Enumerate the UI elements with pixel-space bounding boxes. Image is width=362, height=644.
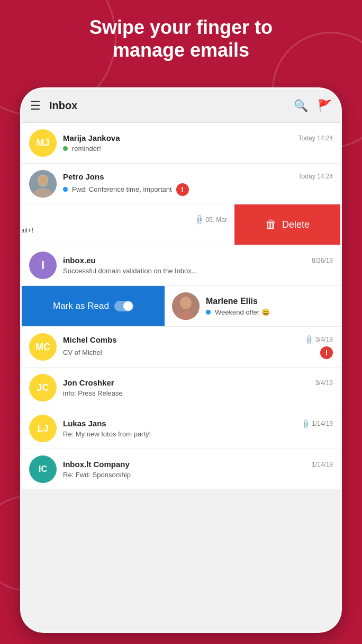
email-time: 8/26/19: [312, 257, 333, 264]
email-content: Lukas Jans 📎 1/14/19 Re: My new fotos fr…: [63, 419, 333, 438]
menu-icon[interactable]: ☰: [30, 99, 41, 113]
email-content: inbox.eu 8/26/19 Successful domain valid…: [63, 256, 333, 275]
email-time: Today 14:24: [298, 135, 333, 142]
hero-line2: manage emails: [113, 39, 249, 61]
email-content: Jon Croshker 3/4/19 info: Press Release: [63, 378, 333, 397]
avatar: JC: [29, 374, 57, 401]
hero-line1: Swipe your finger to: [89, 16, 273, 38]
flag-icon[interactable]: 🚩: [318, 99, 332, 113]
email-content: Michel Combs 📎 3/4/19 CV of Michel !: [63, 335, 333, 359]
important-badge: !: [176, 183, 189, 196]
email-item[interactable]: IC Inbox.lt Company 1/14/19 Re: Fwd: Spo…: [22, 449, 340, 490]
email-sender: Inbox.lt Company: [63, 460, 130, 469]
email-time: Today 14:24: [298, 173, 333, 180]
important-badge: !: [320, 346, 333, 359]
trash-icon: 🗑: [265, 218, 277, 231]
email-content: Marija Jankova Today 14:24 reminder!: [63, 133, 333, 153]
unread-indicator: [63, 146, 68, 151]
avatar: LJ: [29, 415, 57, 442]
email-subject: Re: Fwd: Sponsorship: [63, 471, 131, 479]
svg-point-7: [180, 297, 191, 308]
avatar: [29, 170, 57, 198]
email-content: Petro Jons Today 14:24 Fwd: Conference t…: [63, 172, 333, 196]
email-content: Inbox.lt Company 1/14/19 Re: Fwd: Sponso…: [63, 460, 333, 479]
svg-point-3: [38, 175, 48, 186]
email-item[interactable]: Petro Jons Today 14:24 Fwd: Conference t…: [22, 164, 340, 204]
hero-title: Swipe your finger to manage emails: [0, 16, 362, 61]
email-sender: Jon Croshker: [63, 378, 114, 387]
email-subject: CV of Michel: [63, 348, 102, 356]
top-bar-icons: 🔍 🚩: [294, 99, 332, 113]
avatar: IC: [29, 455, 57, 483]
mark-read-toggle[interactable]: [114, 301, 133, 311]
email-item[interactable]: MC Michel Combs 📎 3/4/19 CV of Michel !: [22, 327, 340, 368]
avatar: MC: [29, 333, 57, 361]
avatar: I: [29, 252, 57, 279]
email-content: @mail.ee 📎 05. Mar k you for choosing Ma…: [22, 215, 227, 234]
email-sender: Lukas Jans: [63, 419, 106, 428]
inbox-title: Inbox: [49, 100, 294, 112]
email-content-swiped: Marlene Ellis Weekend offer 😄: [165, 286, 340, 326]
top-bar: ☰ Inbox 🔍 🚩: [22, 89, 340, 123]
email-item[interactable]: LJ Lukas Jans 📎 1/14/19 Re: My new fotos…: [22, 408, 340, 449]
email-sender: inbox.eu: [63, 256, 96, 265]
unread-indicator: [63, 187, 68, 192]
unread-indicator: [206, 310, 211, 315]
email-subject: Weekend offer 😄: [215, 308, 270, 316]
email-list: MJ Marija Jankova Today 14:24 reminder!: [22, 123, 340, 490]
email-sender: Michel Combs: [63, 335, 117, 344]
avatar: MJ: [29, 129, 57, 157]
phone-frame: ☰ Inbox 🔍 🚩 MJ Marija Jankova Today 14:2…: [20, 87, 342, 633]
email-sender: Marija Jankova: [63, 133, 120, 142]
email-sender: Petro Jons: [63, 172, 104, 181]
mark-read-label: Mark as Read: [53, 301, 109, 311]
email-subject: info: Press Release: [63, 389, 123, 397]
email-subject: Re: My new fotos from party!: [63, 430, 151, 438]
email-time: 📎 05. Mar: [195, 216, 227, 223]
email-time: 📎 1/14/19: [302, 420, 333, 427]
email-subject: k you for choosing Mail+!: [22, 226, 33, 234]
email-time: 📎 3/4/19: [305, 336, 333, 343]
avatar: [172, 292, 200, 320]
mark-as-read-action[interactable]: Mark as Read: [22, 286, 165, 326]
delete-action[interactable]: 🗑 Delete: [234, 204, 340, 245]
email-content: Marlene Ellis Weekend offer 😄: [206, 297, 340, 316]
email-sender: Marlene Ellis: [206, 297, 258, 306]
email-subject: reminder!: [72, 145, 101, 153]
delete-label: Delete: [282, 219, 310, 230]
email-item[interactable]: MJ Marija Jankova Today 14:24 reminder!: [22, 123, 340, 164]
email-item[interactable]: I inbox.eu 8/26/19 Successful domain val…: [22, 245, 340, 286]
email-time: 3/4/19: [315, 379, 333, 387]
email-item-mark-read-swipe[interactable]: Mark as Read Marlene Ellis: [22, 286, 340, 327]
email-subject: Successful domain validation on the Inbo…: [63, 267, 197, 275]
email-item[interactable]: JC Jon Croshker 3/4/19 info: Press Relea…: [22, 368, 340, 408]
email-content-swiped: O @mail.ee 📎 05. Mar k you for choosing …: [22, 204, 234, 245]
email-item-delete-swipe[interactable]: 🗑 Delete O @mail.ee 📎 05. Mar k you for …: [22, 204, 340, 245]
email-time: 1/14/19: [312, 461, 333, 468]
email-subject: Fwd: Conference time, important: [72, 185, 172, 193]
search-icon[interactable]: 🔍: [294, 99, 308, 113]
